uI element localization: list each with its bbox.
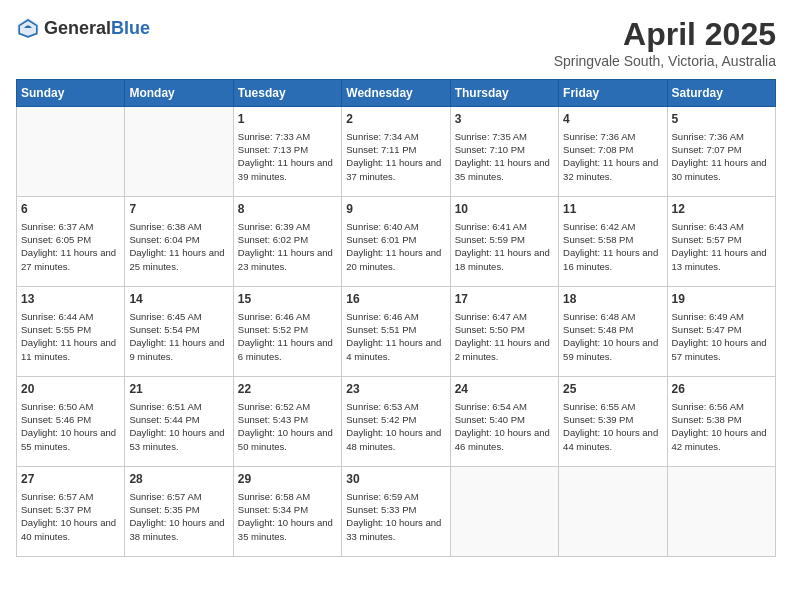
logo-text: GeneralBlue [44,18,150,39]
day-info: Sunrise: 6:41 AMSunset: 5:59 PMDaylight:… [455,220,554,273]
day-number: 14 [129,291,228,308]
day-number: 2 [346,111,445,128]
day-number: 4 [563,111,662,128]
day-number: 6 [21,201,120,218]
calendar-week-4: 20Sunrise: 6:50 AMSunset: 5:46 PMDayligh… [17,377,776,467]
subtitle: Springvale South, Victoria, Australia [554,53,776,69]
calendar-week-1: 1Sunrise: 7:33 AMSunset: 7:13 PMDaylight… [17,107,776,197]
calendar-cell: 27Sunrise: 6:57 AMSunset: 5:37 PMDayligh… [17,467,125,557]
day-number: 27 [21,471,120,488]
day-info: Sunrise: 6:58 AMSunset: 5:34 PMDaylight:… [238,490,337,543]
header-sunday: Sunday [17,80,125,107]
calendar-table: SundayMondayTuesdayWednesdayThursdayFrid… [16,79,776,557]
day-info: Sunrise: 6:49 AMSunset: 5:47 PMDaylight:… [672,310,771,363]
calendar-cell: 7Sunrise: 6:38 AMSunset: 6:04 PMDaylight… [125,197,233,287]
day-info: Sunrise: 6:38 AMSunset: 6:04 PMDaylight:… [129,220,228,273]
calendar-cell: 30Sunrise: 6:59 AMSunset: 5:33 PMDayligh… [342,467,450,557]
day-number: 22 [238,381,337,398]
day-info: Sunrise: 7:33 AMSunset: 7:13 PMDaylight:… [238,130,337,183]
day-number: 10 [455,201,554,218]
day-number: 29 [238,471,337,488]
day-number: 1 [238,111,337,128]
day-info: Sunrise: 6:47 AMSunset: 5:50 PMDaylight:… [455,310,554,363]
header-thursday: Thursday [450,80,558,107]
day-number: 12 [672,201,771,218]
calendar-cell: 26Sunrise: 6:56 AMSunset: 5:38 PMDayligh… [667,377,775,467]
day-number: 17 [455,291,554,308]
header-monday: Monday [125,80,233,107]
day-number: 3 [455,111,554,128]
logo-general: General [44,18,111,38]
day-number: 24 [455,381,554,398]
day-info: Sunrise: 6:40 AMSunset: 6:01 PMDaylight:… [346,220,445,273]
calendar-cell: 6Sunrise: 6:37 AMSunset: 6:05 PMDaylight… [17,197,125,287]
calendar-cell: 22Sunrise: 6:52 AMSunset: 5:43 PMDayligh… [233,377,341,467]
calendar-cell [125,107,233,197]
day-number: 20 [21,381,120,398]
day-info: Sunrise: 7:36 AMSunset: 7:07 PMDaylight:… [672,130,771,183]
calendar-cell: 12Sunrise: 6:43 AMSunset: 5:57 PMDayligh… [667,197,775,287]
day-info: Sunrise: 6:55 AMSunset: 5:39 PMDaylight:… [563,400,662,453]
day-number: 5 [672,111,771,128]
calendar-cell: 15Sunrise: 6:46 AMSunset: 5:52 PMDayligh… [233,287,341,377]
day-info: Sunrise: 6:43 AMSunset: 5:57 PMDaylight:… [672,220,771,273]
calendar-cell: 9Sunrise: 6:40 AMSunset: 6:01 PMDaylight… [342,197,450,287]
calendar-cell: 21Sunrise: 6:51 AMSunset: 5:44 PMDayligh… [125,377,233,467]
day-info: Sunrise: 6:46 AMSunset: 5:52 PMDaylight:… [238,310,337,363]
calendar-cell: 28Sunrise: 6:57 AMSunset: 5:35 PMDayligh… [125,467,233,557]
day-number: 16 [346,291,445,308]
day-info: Sunrise: 6:57 AMSunset: 5:37 PMDaylight:… [21,490,120,543]
day-number: 26 [672,381,771,398]
month-title: April 2025 [554,16,776,53]
day-number: 13 [21,291,120,308]
logo: GeneralBlue [16,16,150,40]
day-number: 25 [563,381,662,398]
day-number: 9 [346,201,445,218]
day-info: Sunrise: 7:34 AMSunset: 7:11 PMDaylight:… [346,130,445,183]
header-wednesday: Wednesday [342,80,450,107]
calendar-cell: 5Sunrise: 7:36 AMSunset: 7:07 PMDaylight… [667,107,775,197]
calendar-cell: 29Sunrise: 6:58 AMSunset: 5:34 PMDayligh… [233,467,341,557]
calendar-cell: 2Sunrise: 7:34 AMSunset: 7:11 PMDaylight… [342,107,450,197]
calendar-cell [17,107,125,197]
day-info: Sunrise: 6:48 AMSunset: 5:48 PMDaylight:… [563,310,662,363]
title-block: April 2025 Springvale South, Victoria, A… [554,16,776,69]
day-number: 18 [563,291,662,308]
day-info: Sunrise: 6:44 AMSunset: 5:55 PMDaylight:… [21,310,120,363]
day-info: Sunrise: 6:42 AMSunset: 5:58 PMDaylight:… [563,220,662,273]
day-number: 11 [563,201,662,218]
calendar-cell: 4Sunrise: 7:36 AMSunset: 7:08 PMDaylight… [559,107,667,197]
header-friday: Friday [559,80,667,107]
day-number: 23 [346,381,445,398]
day-info: Sunrise: 6:54 AMSunset: 5:40 PMDaylight:… [455,400,554,453]
day-info: Sunrise: 6:53 AMSunset: 5:42 PMDaylight:… [346,400,445,453]
day-number: 19 [672,291,771,308]
days-header-row: SundayMondayTuesdayWednesdayThursdayFrid… [17,80,776,107]
day-info: Sunrise: 6:57 AMSunset: 5:35 PMDaylight:… [129,490,228,543]
calendar-week-3: 13Sunrise: 6:44 AMSunset: 5:55 PMDayligh… [17,287,776,377]
day-info: Sunrise: 6:45 AMSunset: 5:54 PMDaylight:… [129,310,228,363]
day-number: 30 [346,471,445,488]
calendar-cell [559,467,667,557]
calendar-cell: 8Sunrise: 6:39 AMSunset: 6:02 PMDaylight… [233,197,341,287]
calendar-cell: 20Sunrise: 6:50 AMSunset: 5:46 PMDayligh… [17,377,125,467]
day-number: 28 [129,471,228,488]
day-info: Sunrise: 6:39 AMSunset: 6:02 PMDaylight:… [238,220,337,273]
calendar-cell: 18Sunrise: 6:48 AMSunset: 5:48 PMDayligh… [559,287,667,377]
calendar-cell: 3Sunrise: 7:35 AMSunset: 7:10 PMDaylight… [450,107,558,197]
calendar-cell: 13Sunrise: 6:44 AMSunset: 5:55 PMDayligh… [17,287,125,377]
calendar-cell: 11Sunrise: 6:42 AMSunset: 5:58 PMDayligh… [559,197,667,287]
calendar-cell: 25Sunrise: 6:55 AMSunset: 5:39 PMDayligh… [559,377,667,467]
day-number: 7 [129,201,228,218]
day-info: Sunrise: 6:46 AMSunset: 5:51 PMDaylight:… [346,310,445,363]
day-info: Sunrise: 6:52 AMSunset: 5:43 PMDaylight:… [238,400,337,453]
calendar-cell [667,467,775,557]
page-header: GeneralBlue April 2025 Springvale South,… [16,16,776,69]
calendar-cell: 16Sunrise: 6:46 AMSunset: 5:51 PMDayligh… [342,287,450,377]
calendar-cell [450,467,558,557]
calendar-cell: 23Sunrise: 6:53 AMSunset: 5:42 PMDayligh… [342,377,450,467]
day-info: Sunrise: 6:59 AMSunset: 5:33 PMDaylight:… [346,490,445,543]
logo-icon [16,16,40,40]
day-info: Sunrise: 6:51 AMSunset: 5:44 PMDaylight:… [129,400,228,453]
day-number: 8 [238,201,337,218]
